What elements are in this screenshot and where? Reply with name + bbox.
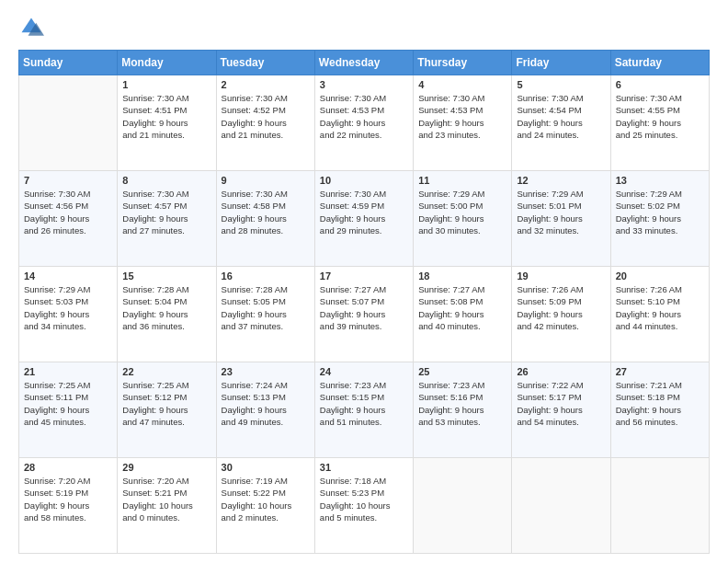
calendar-cell: 19Sunrise: 7:26 AM Sunset: 5:09 PM Dayli…	[512, 267, 610, 362]
calendar-cell	[610, 458, 709, 554]
calendar-cell: 8Sunrise: 7:30 AM Sunset: 4:57 PM Daylig…	[118, 171, 216, 267]
logo-icon	[18, 15, 44, 40]
weekday-header: Friday	[512, 51, 610, 75]
day-info: Sunrise: 7:23 AM Sunset: 5:16 PM Dayligh…	[418, 379, 506, 428]
calendar-week-row: 14Sunrise: 7:29 AM Sunset: 5:03 PM Dayli…	[19, 267, 710, 362]
day-info: Sunrise: 7:26 AM Sunset: 5:09 PM Dayligh…	[517, 283, 605, 332]
day-info: Sunrise: 7:30 AM Sunset: 4:52 PM Dayligh…	[222, 92, 310, 141]
calendar-cell: 30Sunrise: 7:19 AM Sunset: 5:22 PM Dayli…	[216, 458, 314, 554]
day-number: 16	[222, 270, 310, 282]
day-number: 10	[320, 175, 408, 186]
day-number: 12	[517, 175, 605, 186]
day-number: 2	[222, 79, 310, 90]
day-info: Sunrise: 7:30 AM Sunset: 4:53 PM Dayligh…	[418, 92, 506, 141]
day-number: 5	[517, 79, 605, 90]
calendar-cell: 13Sunrise: 7:29 AM Sunset: 5:02 PM Dayli…	[610, 171, 709, 267]
calendar-cell: 27Sunrise: 7:21 AM Sunset: 5:18 PM Dayli…	[610, 362, 709, 458]
day-number: 18	[418, 270, 506, 282]
day-number: 8	[122, 175, 210, 186]
calendar-cell: 9Sunrise: 7:30 AM Sunset: 4:58 PM Daylig…	[216, 171, 314, 267]
day-info: Sunrise: 7:30 AM Sunset: 4:53 PM Dayligh…	[320, 92, 408, 141]
day-info: Sunrise: 7:29 AM Sunset: 5:01 PM Dayligh…	[517, 188, 605, 236]
calendar-cell: 21Sunrise: 7:25 AM Sunset: 5:11 PM Dayli…	[19, 362, 118, 458]
day-info: Sunrise: 7:29 AM Sunset: 5:00 PM Dayligh…	[418, 188, 506, 236]
day-info: Sunrise: 7:26 AM Sunset: 5:10 PM Dayligh…	[616, 283, 704, 332]
day-info: Sunrise: 7:25 AM Sunset: 5:12 PM Dayligh…	[122, 379, 210, 428]
calendar-cell: 28Sunrise: 7:20 AM Sunset: 5:19 PM Dayli…	[19, 458, 118, 554]
day-info: Sunrise: 7:30 AM Sunset: 4:59 PM Dayligh…	[320, 188, 408, 236]
calendar-cell: 24Sunrise: 7:23 AM Sunset: 5:15 PM Dayli…	[314, 362, 413, 458]
day-info: Sunrise: 7:22 AM Sunset: 5:17 PM Dayligh…	[517, 379, 605, 428]
calendar-cell: 1Sunrise: 7:30 AM Sunset: 4:51 PM Daylig…	[118, 75, 216, 171]
calendar-table: SundayMondayTuesdayWednesdayThursdayFrid…	[18, 50, 710, 554]
calendar-cell: 11Sunrise: 7:29 AM Sunset: 5:00 PM Dayli…	[414, 171, 512, 267]
weekday-header: Monday	[118, 51, 216, 75]
day-info: Sunrise: 7:20 AM Sunset: 5:21 PM Dayligh…	[122, 475, 210, 523]
day-number: 4	[418, 79, 506, 90]
day-number: 19	[517, 270, 605, 282]
calendar-cell: 7Sunrise: 7:30 AM Sunset: 4:56 PM Daylig…	[19, 171, 118, 267]
day-number: 17	[320, 270, 408, 282]
day-info: Sunrise: 7:21 AM Sunset: 5:18 PM Dayligh…	[616, 379, 704, 428]
page: SundayMondayTuesdayWednesdayThursdayFrid…	[0, 0, 728, 563]
day-info: Sunrise: 7:30 AM Sunset: 4:56 PM Dayligh…	[24, 188, 112, 236]
calendar-week-row: 7Sunrise: 7:30 AM Sunset: 4:56 PM Daylig…	[19, 171, 710, 267]
calendar-cell	[19, 75, 118, 171]
weekday-header: Tuesday	[216, 51, 314, 75]
day-info: Sunrise: 7:30 AM Sunset: 4:54 PM Dayligh…	[517, 92, 605, 141]
calendar-cell: 31Sunrise: 7:18 AM Sunset: 5:23 PM Dayli…	[314, 458, 413, 554]
day-number: 21	[24, 366, 112, 377]
day-info: Sunrise: 7:28 AM Sunset: 5:05 PM Dayligh…	[222, 283, 310, 332]
calendar-cell: 15Sunrise: 7:28 AM Sunset: 5:04 PM Dayli…	[118, 267, 216, 362]
day-number: 1	[122, 79, 210, 90]
calendar-cell: 17Sunrise: 7:27 AM Sunset: 5:07 PM Dayli…	[314, 267, 413, 362]
calendar-cell: 5Sunrise: 7:30 AM Sunset: 4:54 PM Daylig…	[512, 75, 610, 171]
calendar-cell: 25Sunrise: 7:23 AM Sunset: 5:16 PM Dayli…	[414, 362, 512, 458]
day-number: 14	[24, 270, 112, 282]
day-info: Sunrise: 7:25 AM Sunset: 5:11 PM Dayligh…	[24, 379, 112, 428]
weekday-header: Saturday	[610, 51, 709, 75]
calendar-week-row: 21Sunrise: 7:25 AM Sunset: 5:11 PM Dayli…	[19, 362, 710, 458]
day-info: Sunrise: 7:19 AM Sunset: 5:22 PM Dayligh…	[222, 475, 310, 523]
calendar-cell: 26Sunrise: 7:22 AM Sunset: 5:17 PM Dayli…	[512, 362, 610, 458]
day-number: 20	[616, 270, 704, 282]
day-number: 3	[320, 79, 408, 90]
day-info: Sunrise: 7:27 AM Sunset: 5:08 PM Dayligh…	[418, 283, 506, 332]
calendar-week-row: 1Sunrise: 7:30 AM Sunset: 4:51 PM Daylig…	[19, 75, 710, 171]
calendar-cell: 23Sunrise: 7:24 AM Sunset: 5:13 PM Dayli…	[216, 362, 314, 458]
calendar-cell: 29Sunrise: 7:20 AM Sunset: 5:21 PM Dayli…	[118, 458, 216, 554]
day-number: 7	[24, 175, 112, 186]
day-number: 27	[616, 366, 704, 377]
day-number: 29	[122, 462, 210, 473]
calendar-cell: 6Sunrise: 7:30 AM Sunset: 4:55 PM Daylig…	[610, 75, 709, 171]
calendar-cell	[512, 458, 610, 554]
day-number: 24	[320, 366, 408, 377]
calendar-cell: 22Sunrise: 7:25 AM Sunset: 5:12 PM Dayli…	[118, 362, 216, 458]
day-info: Sunrise: 7:30 AM Sunset: 4:51 PM Dayligh…	[122, 92, 210, 141]
day-info: Sunrise: 7:20 AM Sunset: 5:19 PM Dayligh…	[24, 475, 112, 523]
weekday-header: Wednesday	[314, 51, 413, 75]
calendar-week-row: 28Sunrise: 7:20 AM Sunset: 5:19 PM Dayli…	[19, 458, 710, 554]
day-info: Sunrise: 7:30 AM Sunset: 4:58 PM Dayligh…	[222, 188, 310, 236]
weekday-header: Thursday	[414, 51, 512, 75]
day-info: Sunrise: 7:30 AM Sunset: 4:55 PM Dayligh…	[616, 92, 704, 141]
day-info: Sunrise: 7:24 AM Sunset: 5:13 PM Dayligh…	[222, 379, 310, 428]
calendar-cell: 10Sunrise: 7:30 AM Sunset: 4:59 PM Dayli…	[314, 171, 413, 267]
day-info: Sunrise: 7:30 AM Sunset: 4:57 PM Dayligh…	[122, 188, 210, 236]
day-number: 11	[418, 175, 506, 186]
calendar-cell: 3Sunrise: 7:30 AM Sunset: 4:53 PM Daylig…	[314, 75, 413, 171]
day-info: Sunrise: 7:23 AM Sunset: 5:15 PM Dayligh…	[320, 379, 408, 428]
logo	[18, 15, 48, 40]
header	[18, 15, 710, 40]
calendar-cell: 12Sunrise: 7:29 AM Sunset: 5:01 PM Dayli…	[512, 171, 610, 267]
day-info: Sunrise: 7:29 AM Sunset: 5:03 PM Dayligh…	[24, 283, 112, 332]
calendar-cell: 2Sunrise: 7:30 AM Sunset: 4:52 PM Daylig…	[216, 75, 314, 171]
day-number: 26	[517, 366, 605, 377]
day-number: 28	[24, 462, 112, 473]
calendar-cell: 20Sunrise: 7:26 AM Sunset: 5:10 PM Dayli…	[610, 267, 709, 362]
day-info: Sunrise: 7:28 AM Sunset: 5:04 PM Dayligh…	[122, 283, 210, 332]
calendar-cell: 14Sunrise: 7:29 AM Sunset: 5:03 PM Dayli…	[19, 267, 118, 362]
day-number: 30	[222, 462, 310, 473]
day-number: 6	[616, 79, 704, 90]
calendar-cell	[414, 458, 512, 554]
